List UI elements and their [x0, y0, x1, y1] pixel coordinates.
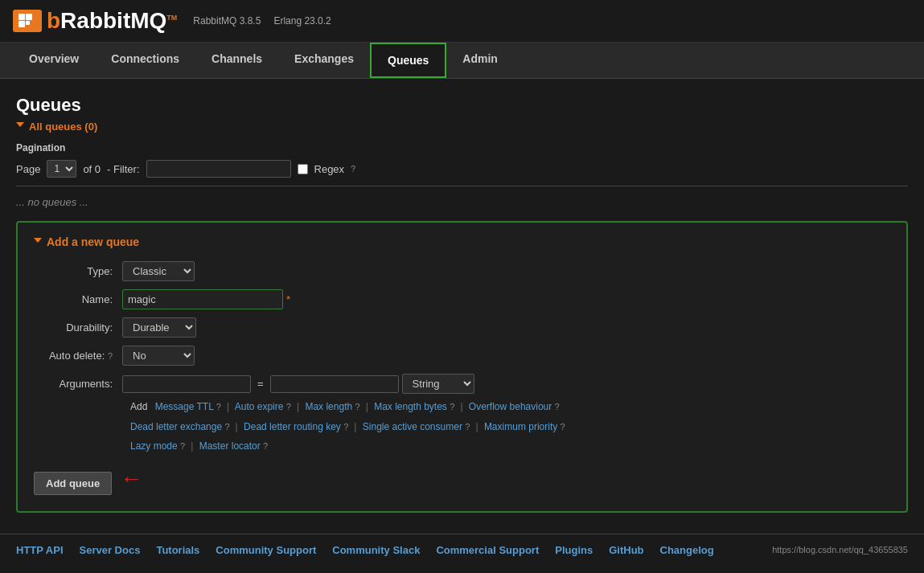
arg-links-line3: Lazy mode ? | Master locator ?	[130, 438, 890, 456]
arg-links-line2: Dead letter exchange ? | Dead letter rou…	[130, 419, 890, 436]
main-content: Queues All queues (0) Pagination Page 1 …	[0, 79, 924, 534]
arrow-icon: ←	[120, 466, 142, 492]
sac-question[interactable]: ?	[465, 422, 472, 432]
footer-link-github[interactable]: GitHub	[609, 544, 643, 556]
version-info: RabbitMQ 3.8.5 Erlang 23.0.2	[193, 15, 331, 27]
svg-rect-2	[18, 21, 25, 27]
arg-links-line1: Add Message TTL ? | Auto expire ? | Max …	[130, 399, 890, 416]
lazy-question[interactable]: ?	[180, 441, 187, 451]
filter-label: - Filter:	[107, 163, 139, 175]
max-length-bytes-question[interactable]: ?	[450, 402, 457, 411]
nav-admin[interactable]: Admin	[446, 43, 514, 78]
logo-icon	[13, 10, 42, 32]
dlrk-question[interactable]: ?	[343, 422, 351, 432]
add-label: Add	[130, 401, 147, 412]
add-queue-title: Add a new queue	[47, 235, 139, 248]
name-input[interactable]	[122, 289, 283, 309]
pagination-label: Pagination	[16, 142, 908, 153]
arg-link-message-ttl[interactable]: Message TTL	[155, 401, 214, 412]
footer-link-server-docs[interactable]: Server Docs	[80, 544, 141, 556]
add-queue-button[interactable]: Add queue	[34, 472, 112, 495]
max-length-question[interactable]: ?	[355, 402, 362, 411]
footer-link-community-slack[interactable]: Community Slack	[332, 544, 420, 556]
message-ttl-question[interactable]: ?	[216, 402, 224, 411]
add-queue-box: Add a new queue Type: Classic Quorum Nam…	[16, 221, 908, 513]
footer-link-community-support[interactable]: Community Support	[216, 544, 316, 556]
erlang-version: Erlang 23.0.2	[273, 15, 331, 27]
regex-checkbox[interactable]	[298, 164, 308, 174]
arg-link-master-locator[interactable]: Master locator	[199, 440, 261, 452]
arg-link-auto-expire[interactable]: Auto expire	[235, 401, 284, 412]
auto-delete-row: Auto delete: ? No Yes	[34, 346, 890, 366]
logo: bRabbitMQTM	[13, 8, 177, 34]
arg-link-lazy-mode[interactable]: Lazy mode	[130, 440, 178, 452]
logo-text: bRabbitMQTM	[47, 8, 177, 34]
page-select[interactable]: 1	[47, 160, 76, 178]
type-row: Type: Classic Quorum	[34, 261, 890, 281]
footer-link-http-api[interactable]: HTTP API	[16, 544, 64, 556]
durability-row: Durability: Durable Transient	[34, 317, 890, 338]
name-label: Name:	[34, 293, 122, 305]
nav-overview[interactable]: Overview	[13, 43, 95, 78]
arg-link-max-length[interactable]: Max length	[305, 401, 352, 412]
arguments-label: Arguments:	[34, 378, 122, 390]
filter-input[interactable]	[146, 160, 291, 178]
add-queue-action-row: Add queue ←	[34, 464, 890, 495]
footer: HTTP API Server Docs Tutorials Community…	[0, 534, 924, 566]
arg-link-single-active-consumer[interactable]: Single active consumer	[363, 421, 462, 432]
auto-delete-label: Auto delete: ?	[34, 350, 122, 362]
ml-question[interactable]: ?	[263, 441, 268, 451]
arg-link-dead-letter-routing-key[interactable]: Dead letter routing key	[244, 421, 341, 432]
dle-question[interactable]: ?	[224, 422, 232, 432]
svg-rect-3	[26, 21, 30, 25]
page-label: Page	[16, 163, 40, 175]
page-title: Queues	[16, 95, 908, 116]
logo-tm: TM	[166, 14, 177, 22]
pagination-row: Page 1 of 0 - Filter: Regex ?	[16, 160, 908, 178]
footer-link-plugins[interactable]: Plugins	[555, 544, 593, 556]
arg-link-dead-letter-exchange[interactable]: Dead letter exchange	[130, 421, 222, 432]
no-queues-text: ... no queues ...	[16, 196, 908, 208]
all-queues-section-header: All queues (0)	[16, 121, 908, 133]
add-queue-toggle[interactable]	[34, 238, 42, 247]
equals-sign: =	[254, 378, 267, 390]
arg-link-maximum-priority[interactable]: Maximum priority	[484, 421, 557, 432]
arguments-inputs: = String Number Boolean List	[122, 374, 474, 394]
main-nav: Overview Connections Channels Exchanges …	[0, 43, 924, 79]
type-label: Type:	[34, 265, 122, 277]
regex-label: Regex	[314, 163, 345, 175]
nav-channels[interactable]: Channels	[195, 43, 278, 78]
all-queues-label: All queues (0)	[29, 121, 97, 133]
add-queue-header: Add a new queue	[34, 235, 890, 248]
footer-link-commercial-support[interactable]: Commercial Support	[436, 544, 539, 556]
nav-exchanges[interactable]: Exchanges	[278, 43, 370, 78]
arg-key-input[interactable]	[122, 375, 251, 393]
footer-link-tutorials[interactable]: Tutorials	[156, 544, 199, 556]
nav-connections[interactable]: Connections	[95, 43, 195, 78]
regex-question[interactable]: ?	[351, 164, 355, 174]
of-zero: of 0	[83, 163, 101, 175]
footer-link-changelog[interactable]: Changelog	[660, 544, 714, 556]
rabbitmq-version: RabbitMQ 3.8.5	[193, 15, 261, 27]
footer-url: https://blog.csdn.net/qq_43655835	[772, 545, 908, 555]
required-star: *	[286, 293, 290, 305]
arg-link-max-length-bytes[interactable]: Max length bytes	[374, 401, 447, 412]
pagination-section: Pagination Page 1 of 0 - Filter: Regex ?	[16, 142, 908, 186]
all-queues-toggle[interactable]	[16, 122, 24, 131]
type-select[interactable]: Classic Quorum	[122, 261, 195, 281]
mp-question[interactable]: ?	[561, 422, 565, 432]
arguments-row: Arguments: = String Number Boolean List	[34, 374, 890, 394]
arg-value-input[interactable]	[270, 375, 399, 393]
svg-rect-1	[26, 14, 32, 20]
name-row: Name: *	[34, 289, 890, 309]
durability-label: Durability:	[34, 321, 122, 334]
svg-rect-0	[18, 14, 25, 20]
header: bRabbitMQTM RabbitMQ 3.8.5 Erlang 23.0.2	[0, 0, 924, 43]
arg-type-select[interactable]: String Number Boolean List	[402, 374, 474, 394]
durability-select[interactable]: Durable Transient	[122, 317, 196, 338]
auto-expire-question[interactable]: ?	[286, 402, 294, 411]
arg-link-overflow-behaviour[interactable]: Overflow behaviour	[469, 401, 552, 412]
overflow-question[interactable]: ?	[555, 402, 560, 411]
auto-delete-select[interactable]: No Yes	[122, 346, 195, 366]
nav-queues[interactable]: Queues	[370, 43, 446, 78]
